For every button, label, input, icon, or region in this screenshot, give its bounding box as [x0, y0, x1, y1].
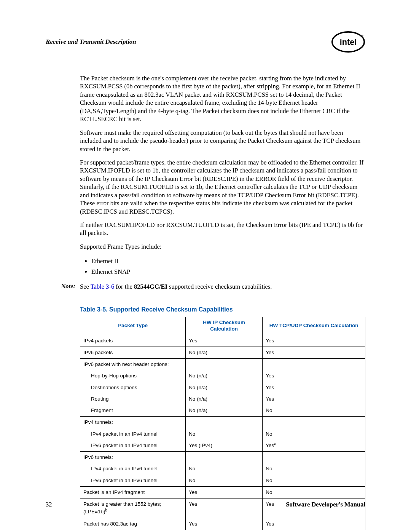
table-cell: IPv6 tunnels:	[80, 452, 186, 463]
table-cell: No	[186, 428, 263, 440]
table-cell: IPv4 packet in an IPv6 tunnel	[80, 463, 186, 474]
table-cell	[263, 359, 365, 371]
page-number: 32	[46, 501, 52, 508]
table-cell: Yes	[186, 335, 263, 347]
page-footer: 32 Software Developer's Manual	[46, 501, 365, 508]
table-cell: Yes (IPv4)	[186, 440, 263, 452]
table-cell: No (n/a)	[186, 382, 263, 393]
table-cell: Yes	[263, 382, 365, 393]
table-cell: No (n/a)	[186, 370, 263, 382]
page-header: Receive and Transmit Description intel ®	[46, 30, 365, 53]
table-cell	[186, 452, 263, 463]
table-header: Packet Type	[80, 317, 186, 335]
table-header: HW TCP/UDP Checksum Calculation	[263, 317, 365, 335]
table-cell	[186, 359, 263, 371]
table-cell: No (n/a)	[186, 347, 263, 358]
paragraph: If neither RXCSUM.IPOFLD nor RXCSUM.TUOF…	[80, 221, 365, 237]
paragraph: For supported packet/frame types, the en…	[80, 158, 365, 216]
table-cell: No	[263, 405, 365, 417]
paragraph: The Packet checksum is the one's complem…	[80, 74, 365, 123]
table-cell: IPv6 packet in an IPv4 tunnel	[80, 440, 186, 452]
body-content: The Packet checksum is the one's complem…	[80, 74, 365, 277]
frame-types-list: Ethernet II Ethernet SNAP	[80, 256, 365, 277]
table-cell: No	[186, 475, 263, 487]
table-cell: IPv4 tunnels:	[80, 417, 186, 428]
table-cell: Destinations options	[80, 382, 186, 393]
table-cell: Packet has 802.3ac tag	[80, 518, 186, 530]
table-cell: No	[263, 428, 365, 440]
table-cell	[263, 417, 365, 428]
table-cell: No	[186, 463, 263, 474]
table-cell: No (n/a)	[186, 393, 263, 405]
note-label: Note:	[56, 283, 75, 291]
table-cell: Routing	[80, 393, 186, 405]
section-title: Receive and Transmit Description	[46, 38, 136, 46]
svg-text:®: ®	[361, 34, 363, 38]
table-cell: Yes	[263, 518, 365, 530]
table-cell	[263, 452, 365, 463]
table-cell: Yes	[263, 370, 365, 382]
intel-logo: intel ®	[331, 30, 365, 53]
manual-title: Software Developer's Manual	[286, 501, 365, 508]
table-cell: IPv4 packet in an IPv4 tunnel	[80, 428, 186, 440]
table-cell: Packet is an IPv4 fragment	[80, 486, 186, 498]
table-cell: Yes	[186, 518, 263, 530]
table-cell: IPv4 packets	[80, 335, 186, 347]
note-body: See Table 3-6 for the 82544GC/EI support…	[80, 283, 272, 291]
table-cell: Yes	[263, 335, 365, 347]
table-cell: No	[263, 475, 365, 487]
table-cell	[186, 417, 263, 428]
table-cell: Hop-by-Hop options	[80, 370, 186, 382]
table-cell: Yes	[263, 347, 365, 358]
checksum-capabilities-table: Packet Type HW IP Checksum Calculation H…	[80, 317, 365, 530]
table-cell: IPv6 packet in an IPv6 tunnel	[80, 475, 186, 487]
table-cell: No (n/a)	[186, 405, 263, 417]
table-cell: No	[263, 486, 365, 498]
table-cell: Yes	[186, 486, 263, 498]
paragraph: Software must make the required offsetti…	[80, 129, 365, 153]
table-cell: Yesa	[263, 440, 365, 452]
table-caption: Table 3-5. Supported Receive Checksum Ca…	[80, 306, 365, 313]
list-item: Ethernet II	[91, 256, 365, 267]
table-cell: Fragment	[80, 405, 186, 417]
table-cell: No	[263, 463, 365, 474]
note: Note: See Table 3-6 for the 82544GC/EI s…	[46, 283, 365, 291]
paragraph: Supported Frame Types include:	[80, 243, 365, 251]
table-cell: Yes	[263, 393, 365, 405]
table-header: HW IP Checksum Calculation	[186, 317, 263, 335]
list-item: Ethernet SNAP	[91, 267, 365, 277]
table-cell: IPv6 packets	[80, 347, 186, 358]
svg-text:intel: intel	[340, 37, 357, 47]
cross-reference-link[interactable]: Table 3-6	[91, 283, 115, 290]
table-cell: IPv6 packet with next header options:	[80, 359, 186, 371]
